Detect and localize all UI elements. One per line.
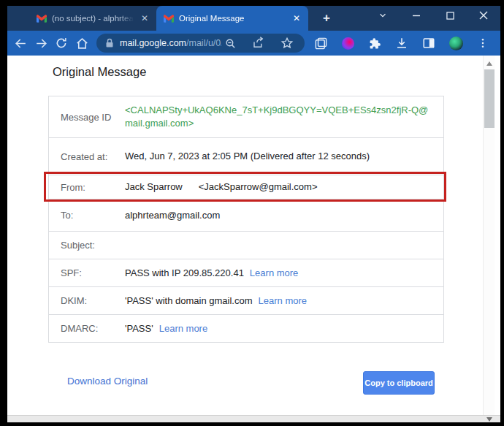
lock-icon[interactable] <box>105 38 114 49</box>
gmail-favicon <box>37 13 47 23</box>
table-row-to: To: alphrteam@gmail.com <box>49 199 443 231</box>
tab-no-subject[interactable]: (no subject) - alphrteam@g ✕ <box>29 6 156 31</box>
row-label: Subject: <box>49 239 125 251</box>
menu-dots-icon[interactable] <box>474 34 492 52</box>
copy-to-clipboard-button[interactable]: Copy to clipboard <box>363 371 435 395</box>
row-label: From: <box>49 181 125 194</box>
table-row-dkim: DKIM: 'PASS' with domain gmail.comLearn … <box>49 286 443 314</box>
tab-close-icon[interactable]: ✕ <box>291 12 302 24</box>
url-host: mail.google.com <box>120 38 186 48</box>
row-label: Message ID <box>49 111 125 123</box>
download-icon[interactable] <box>393 34 411 52</box>
row-label: SPF: <box>49 267 125 279</box>
table-row-from: From: Jack Sparrow<JackSparrow@gmail.com… <box>49 175 443 199</box>
tab-original-message[interactable]: Original Message ✕ <box>156 6 308 31</box>
scrollbar-thumb[interactable] <box>484 69 495 128</box>
extension-avatar-icon[interactable] <box>339 34 356 52</box>
table-row-message-id: Message ID <CALNAPSty+UkAQ6KNe_7sT+Kj9dB… <box>49 96 443 137</box>
tab-strip: (no subject) - alphrteam@g ✕ Original Me… <box>7 6 500 31</box>
from-name: Jack Sparrow <box>125 181 183 192</box>
table-row-created-at: Created at: Wed, Jun 7, 2023 at 2:05 PM … <box>49 137 443 175</box>
to-value: alphrteam@gmail.com <box>125 209 443 222</box>
side-panel-icon[interactable] <box>420 34 438 52</box>
table-row-subject: Subject: <box>49 231 443 259</box>
from-email: <JackSparrow@gmail.com> <box>199 181 318 192</box>
spf-learn-more-link[interactable]: Learn more <box>250 267 298 278</box>
share-icon[interactable] <box>250 34 267 52</box>
scroll-down-arrow-icon[interactable] <box>486 417 492 422</box>
table-row-dmarc: DMARC: 'PASS'Learn more <box>49 314 443 342</box>
gmail-favicon <box>164 13 174 23</box>
message-details-table: Message ID <CALNAPSty+UkAQ6KNe_7sT+Kj9dB… <box>48 96 444 343</box>
from-value: Jack Sparrow<JackSparrow@gmail.com> <box>125 180 443 194</box>
dkim-value: 'PASS' with domain gmail.comLearn more <box>125 294 443 308</box>
dmarc-learn-more-link[interactable]: Learn more <box>159 323 207 334</box>
dkim-learn-more-link[interactable]: Learn more <box>259 295 307 306</box>
forward-icon[interactable] <box>31 33 51 53</box>
zoom-icon[interactable] <box>221 34 239 52</box>
scroll-up-arrow-icon[interactable] <box>486 61 492 66</box>
minimize-button[interactable] <box>400 6 433 25</box>
row-label: Created at: <box>49 151 125 163</box>
url-path: /mail/u/0/?ik... <box>186 38 221 48</box>
message-id-value: <CALNAPSty+UkAQ6KNe_7sT+Kj9dBGQYY=VQEB+E… <box>125 104 443 130</box>
vertical-scrollbar[interactable] <box>483 56 495 415</box>
tab-close-icon[interactable]: ✕ <box>139 12 150 24</box>
address-bar[interactable]: mail.google.com/mail/u/0/?ik... <box>96 34 305 53</box>
back-icon[interactable] <box>10 33 31 53</box>
toolbar-extensions <box>309 34 495 52</box>
dmarc-value: 'PASS'Learn more <box>125 322 443 335</box>
bookmark-star-icon[interactable] <box>278 34 296 52</box>
reload-icon[interactable] <box>51 33 72 53</box>
table-row-spf: SPF: PASS with IP 209.85.220.41Learn mor… <box>49 259 443 286</box>
screenshot-root: (no subject) - alphrteam@g ✕ Original Me… <box>0 0 504 426</box>
maximize-button[interactable] <box>433 6 467 25</box>
tab-title: (no subject) - alphrteam@g <box>52 14 134 23</box>
page-content: Original Message Message ID <CALNAPSty+U… <box>7 56 500 415</box>
tab-search-chevron-icon[interactable] <box>366 6 400 25</box>
extensions-puzzle-icon[interactable] <box>366 34 383 52</box>
created-at-value: Wed, Jun 7, 2023 at 2:05 PM (Delivered a… <box>125 150 443 163</box>
page-title: Original Message <box>53 65 146 79</box>
window-controls <box>366 6 500 25</box>
download-original-link[interactable]: Download Original <box>67 376 148 387</box>
new-tab-button[interactable]: + <box>317 9 336 28</box>
browser-window: (no subject) - alphrteam@g ✕ Original Me… <box>7 6 500 422</box>
row-label: To: <box>49 209 125 221</box>
reading-list-icon[interactable] <box>312 34 329 52</box>
bottom-scroll-strip <box>7 415 500 422</box>
url-text: mail.google.com/mail/u/0/?ik... <box>120 38 221 48</box>
browser-toolbar: mail.google.com/mail/u/0/?ik... <box>7 31 500 56</box>
row-label: DMARC: <box>49 322 125 335</box>
omnibox-actions <box>221 34 296 52</box>
profile-avatar[interactable] <box>447 34 465 52</box>
row-label: DKIM: <box>49 294 125 307</box>
spf-value: PASS with IP 209.85.220.41Learn more <box>125 267 443 280</box>
tab-title: Original Message <box>179 14 286 23</box>
home-icon[interactable] <box>72 33 92 53</box>
close-window-button[interactable] <box>467 6 500 25</box>
